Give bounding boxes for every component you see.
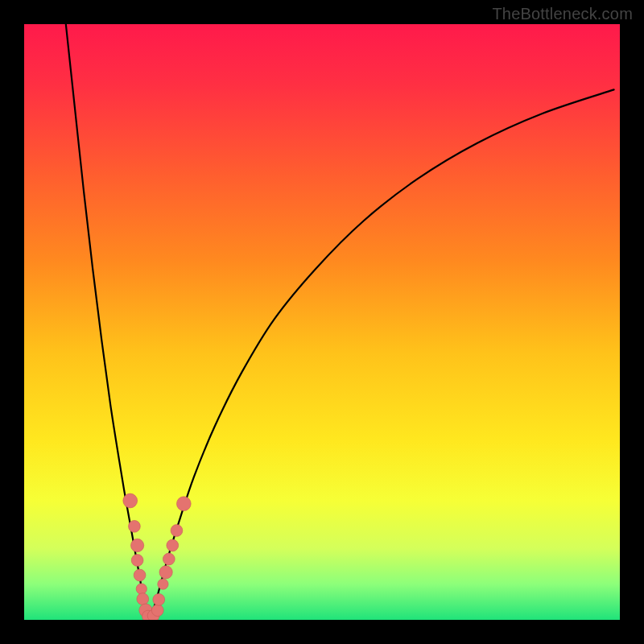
data-marker bbox=[134, 569, 146, 581]
data-marker bbox=[131, 555, 143, 567]
data-marker bbox=[163, 553, 175, 565]
data-marker bbox=[130, 539, 143, 551]
branding-watermark: TheBottleneck.com bbox=[492, 5, 633, 23]
data-marker bbox=[158, 579, 168, 589]
data-marker bbox=[159, 566, 172, 579]
data-marker bbox=[153, 593, 165, 605]
bottleneck-curve bbox=[24, 24, 620, 620]
chart-frame: TheBottleneck.com bbox=[0, 0, 644, 644]
curve-right-branch bbox=[151, 89, 613, 615]
data-marker bbox=[167, 539, 179, 551]
data-marker bbox=[129, 520, 141, 532]
data-marker bbox=[136, 584, 147, 594]
curve-markers bbox=[123, 493, 191, 620]
data-marker bbox=[151, 605, 163, 617]
data-marker bbox=[137, 593, 149, 605]
data-marker bbox=[176, 497, 191, 511]
data-marker bbox=[123, 493, 138, 508]
plot-area bbox=[24, 24, 620, 620]
data-marker bbox=[171, 525, 183, 537]
